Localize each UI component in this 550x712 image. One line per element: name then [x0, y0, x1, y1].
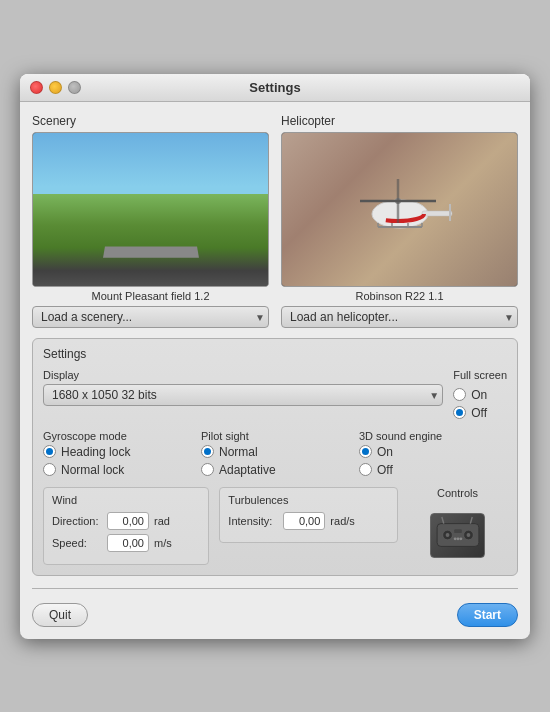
gyro-radio-group: Heading lock Normal lock [43, 445, 191, 477]
svg-rect-1 [422, 211, 452, 216]
wind-direction-input[interactable] [107, 512, 149, 530]
close-button[interactable] [30, 81, 43, 94]
controls-box: Controls [408, 487, 507, 558]
fullscreen-on-row: On [453, 388, 507, 402]
gyro-heading-row: Heading lock [43, 445, 191, 459]
svg-point-16 [445, 533, 449, 537]
svg-point-21 [456, 537, 459, 540]
sound-col: 3D sound engine On Off [359, 430, 507, 477]
gyro-normal-label: Normal lock [61, 463, 124, 477]
rc-controller-svg [434, 516, 482, 554]
fullscreen-off-row: Off [453, 406, 507, 420]
wind-direction-row: Direction: rad [52, 512, 200, 530]
wind-speed-input[interactable] [107, 534, 149, 552]
scenery-panel: Scenery Mount Pleasant field 1.2 Load a … [32, 114, 269, 328]
sound-off-radio[interactable] [359, 463, 372, 476]
turbulences-intensity-input[interactable] [283, 512, 325, 530]
controls-title: Controls [437, 487, 478, 499]
svg-line-14 [470, 517, 472, 524]
turbulences-intensity-unit: rad/s [330, 515, 354, 527]
top-section: Scenery Mount Pleasant field 1.2 Load a … [32, 114, 518, 328]
display-col: Display 1680 x 1050 32 bits ▼ [43, 369, 443, 406]
sound-radio-group: On Off [359, 445, 507, 477]
scenery-runway [102, 246, 198, 258]
pilot-adaptative-radio[interactable] [201, 463, 214, 476]
pilot-normal-radio[interactable] [201, 445, 214, 458]
main-window: Settings Scenery Mount Pleasant field 1.… [20, 74, 530, 639]
wind-speed-label: Speed: [52, 537, 102, 549]
helicopter-select[interactable]: Load an helicopter... [281, 306, 518, 328]
helicopter-caption: Robinson R22 1.1 [281, 290, 518, 302]
titlebar: Settings [20, 74, 530, 102]
svg-rect-19 [454, 529, 462, 533]
wind-title: Wind [52, 494, 200, 506]
sound-off-label: Off [377, 463, 393, 477]
fullscreen-off-radio[interactable] [453, 406, 466, 419]
start-button[interactable]: Start [457, 603, 518, 627]
helicopter-select-wrapper: Load an helicopter... ▼ [281, 306, 518, 328]
gyro-normal-row: Normal lock [43, 463, 191, 477]
display-row: Display 1680 x 1050 32 bits ▼ Full scree… [43, 369, 507, 420]
fullscreen-on-radio[interactable] [453, 388, 466, 401]
gyro-normal-radio[interactable] [43, 463, 56, 476]
wind-speed-unit: m/s [154, 537, 172, 549]
minimize-button[interactable] [49, 81, 62, 94]
scenery-preview [32, 132, 269, 287]
maximize-button[interactable] [68, 81, 81, 94]
quit-button[interactable]: Quit [32, 603, 88, 627]
scenery-select[interactable]: Load a scenery... [32, 306, 269, 328]
gyro-heading-radio[interactable] [43, 445, 56, 458]
fullscreen-col: Full screen On Off [453, 369, 507, 420]
fullscreen-off-label: Off [471, 406, 487, 420]
svg-point-22 [459, 537, 462, 540]
sound-off-row: Off [359, 463, 507, 477]
pilot-adaptative-row: Adaptative [201, 463, 349, 477]
helicopter-panel: Helicopter [281, 114, 518, 328]
sound-on-radio[interactable] [359, 445, 372, 458]
pilot-label: Pilot sight [201, 430, 349, 442]
svg-line-13 [441, 517, 443, 524]
wind-speed-row: Speed: m/s [52, 534, 200, 552]
sound-label: 3D sound engine [359, 430, 507, 442]
turbulences-box: Turbulences Intensity: rad/s [219, 487, 398, 543]
footer-divider [32, 588, 518, 589]
middle-row: Gyroscope mode Heading lock Normal lock [43, 430, 507, 477]
turbulences-intensity-row: Intensity: rad/s [228, 512, 389, 530]
gyro-heading-label: Heading lock [61, 445, 130, 459]
helicopter-image [282, 133, 517, 286]
settings-group-title: Settings [43, 347, 507, 361]
turbulences-title: Turbulences [228, 494, 389, 506]
window-controls [30, 81, 81, 94]
gyro-label: Gyroscope mode [43, 430, 191, 442]
fullscreen-on-label: On [471, 388, 487, 402]
wind-box: Wind Direction: rad Speed: m/s [43, 487, 209, 565]
controls-icon[interactable] [430, 513, 485, 558]
display-select[interactable]: 1680 x 1050 32 bits [43, 384, 443, 406]
scenery-label: Scenery [32, 114, 269, 128]
helicopter-svg [340, 169, 460, 249]
bottom-row: Wind Direction: rad Speed: m/s Turbulenc… [43, 487, 507, 565]
scenery-caption: Mount Pleasant field 1.2 [32, 290, 269, 302]
sound-on-label: On [377, 445, 393, 459]
turbulences-intensity-label: Intensity: [228, 515, 278, 527]
pilot-normal-label: Normal [219, 445, 258, 459]
helicopter-label: Helicopter [281, 114, 518, 128]
sound-on-row: On [359, 445, 507, 459]
footer: Quit Start [20, 593, 530, 639]
display-select-wrapper: 1680 x 1050 32 bits ▼ [43, 384, 443, 406]
wind-direction-unit: rad [154, 515, 170, 527]
window-body: Scenery Mount Pleasant field 1.2 Load a … [20, 102, 530, 588]
gyro-col: Gyroscope mode Heading lock Normal lock [43, 430, 191, 477]
pilot-col: Pilot sight Normal Adaptative [201, 430, 349, 477]
wind-direction-label: Direction: [52, 515, 102, 527]
settings-group: Settings Display 1680 x 1050 32 bits ▼ F… [32, 338, 518, 576]
display-label: Display [43, 369, 443, 381]
scenery-select-wrapper: Load a scenery... ▼ [32, 306, 269, 328]
svg-point-18 [466, 533, 470, 537]
helicopter-preview [281, 132, 518, 287]
pilot-adaptative-label: Adaptative [219, 463, 276, 477]
pilot-normal-row: Normal [201, 445, 349, 459]
scenery-image [33, 133, 268, 286]
fullscreen-label: Full screen [453, 369, 507, 381]
window-title: Settings [249, 80, 300, 95]
